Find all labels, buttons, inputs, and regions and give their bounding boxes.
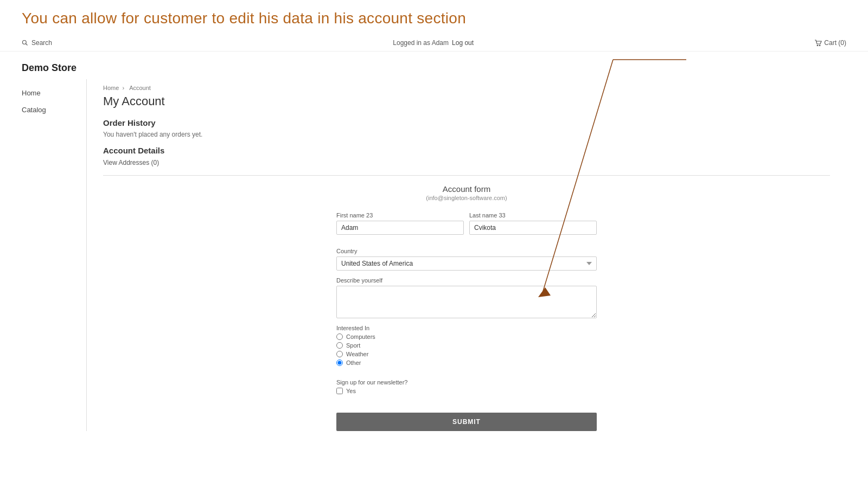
cart-area[interactable]: Cart (0) [814,39,846,47]
interested-other-label: Other [346,359,361,366]
logout-link[interactable]: Log out [452,39,474,47]
breadcrumb-current: Account [129,85,151,91]
interested-label: Interested In [336,325,597,331]
view-addresses-link[interactable]: View Addresses (0) [103,159,159,166]
first-name-group: First name 23 [336,212,464,235]
newsletter-yes[interactable]: Yes [336,388,597,394]
newsletter-yes-label: Yes [346,388,356,394]
newsletter-yes-checkbox[interactable] [336,388,343,394]
svg-point-2 [818,45,819,46]
cart-label: Cart (0) [824,39,846,47]
breadcrumb-home[interactable]: Home [103,85,119,91]
section-divider [103,175,830,176]
last-name-input[interactable] [469,221,597,235]
interested-weather[interactable]: Weather [336,351,597,357]
first-name-label: First name 23 [336,212,464,219]
breadcrumb-separator: › [122,85,124,91]
name-row: First name 23 Last name 33 [336,212,597,241]
logged-in-text: Logged in as Adam [393,39,449,47]
describe-group: Describe yourself [336,277,597,318]
order-history-empty: You haven't placed any orders yet. [103,131,830,138]
search-icon [22,40,28,46]
search-area[interactable]: Search [22,39,52,47]
sidebar: Home Catalog [22,79,87,431]
content-area: Home › Account My Account Order History … [87,79,846,431]
submit-button[interactable]: SUBMIT [336,413,597,431]
interested-weather-label: Weather [346,351,368,357]
breadcrumb: Home › Account [103,79,830,94]
describe-label: Describe yourself [336,277,597,284]
interested-group: Interested In Computers Sport [336,325,597,373]
account-details-heading: Account Details [103,146,830,155]
account-form: First name 23 Last name 33 Country Unite… [336,212,597,431]
interested-computers[interactable]: Computers [336,333,597,340]
sidebar-item-home[interactable]: Home [22,85,81,101]
form-title: Account form [336,184,597,194]
interested-options: Computers Sport Weather [336,333,597,366]
svg-point-0 [23,41,27,44]
first-name-input[interactable] [336,221,464,235]
interested-computers-label: Computers [346,333,375,340]
top-bar: Search Logged in as Adam Log out Cart (0… [0,35,868,52]
last-name-group: Last name 33 [469,212,597,235]
page-title: My Account [103,94,830,108]
interested-sport[interactable]: Sport [336,342,597,349]
store-name: Demo Store [0,52,868,79]
country-label: Country [336,248,597,254]
cart-icon [814,40,822,46]
svg-point-3 [820,45,821,46]
interested-other-radio[interactable] [336,359,343,366]
newsletter-options: Yes [336,388,597,394]
account-form-container: Account form (info@singleton-software.co… [336,184,597,431]
sidebar-item-catalog[interactable]: Catalog [22,101,81,118]
main-layout: Home Catalog Home › Account My Account O… [0,79,868,431]
interested-other[interactable]: Other [336,359,597,366]
interested-computers-radio[interactable] [336,333,343,340]
country-select[interactable]: United States of America Canada United K… [336,256,597,271]
form-subtitle: (info@singleton-software.com) [336,195,597,201]
newsletter-label: Sign up for our newsletter? [336,379,597,386]
order-history-heading: Order History [103,118,830,127]
interested-weather-radio[interactable] [336,351,343,357]
country-group: Country United States of America Canada … [336,248,597,271]
interested-sport-radio[interactable] [336,342,343,349]
interested-sport-label: Sport [346,342,360,349]
auth-area: Logged in as Adam Log out [393,39,474,47]
describe-textarea[interactable] [336,286,597,318]
newsletter-group: Sign up for our newsletter? Yes [336,379,597,401]
search-label[interactable]: Search [31,39,52,47]
banner-text: You can allow for customer to edit his d… [0,0,868,35]
svg-line-1 [26,44,28,46]
last-name-label: Last name 33 [469,212,597,219]
